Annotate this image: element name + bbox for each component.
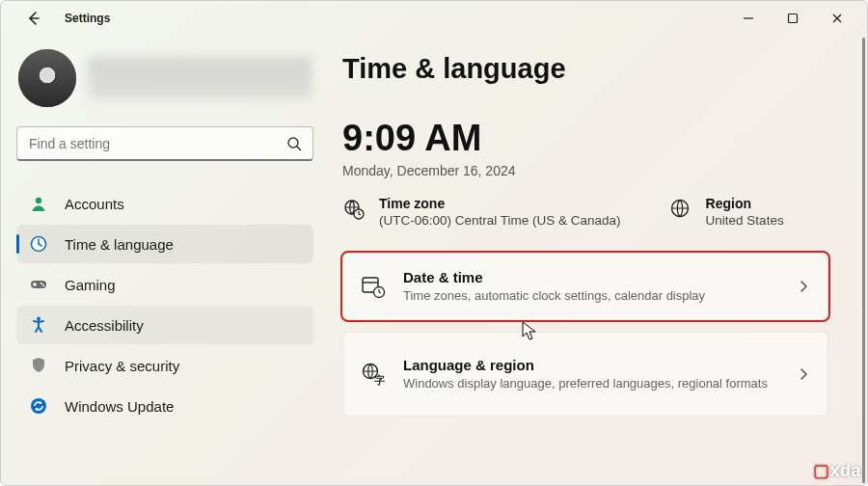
sidebar-item-privacy[interactable]: Privacy & security	[16, 346, 313, 385]
current-time: 9:09 AM	[342, 118, 828, 159]
region-value: United States	[706, 213, 784, 228]
sidebar-item-windows-update[interactable]: Windows Update	[16, 387, 313, 425]
chevron-right-icon	[797, 280, 810, 293]
shield-icon	[28, 355, 49, 376]
sidebar-item-label: Accounts	[65, 196, 124, 212]
card-title: Date & time	[403, 269, 779, 285]
card-subtitle: Time zones, automatic clock settings, ca…	[403, 287, 779, 305]
clock-globe-icon	[28, 233, 49, 255]
close-icon	[831, 13, 843, 24]
timezone-info: Time zone (UTC-06:00) Central Time (US &…	[342, 196, 621, 228]
region-info: Region United States	[669, 196, 784, 228]
watermark: ▢xda	[813, 460, 861, 481]
profile-name-blurred	[88, 57, 312, 99]
svg-point-2	[36, 198, 41, 203]
maximize-icon	[787, 13, 799, 24]
page-title: Time & language	[342, 53, 828, 85]
chevron-right-icon	[797, 367, 810, 381]
person-icon	[28, 193, 49, 214]
sidebar-item-label: Windows Update	[65, 398, 174, 415]
maximize-button[interactable]	[771, 3, 815, 34]
window-title: Settings	[65, 12, 110, 25]
svg-text:字: 字	[374, 374, 385, 386]
sidebar-item-time-language[interactable]: Time & language	[16, 225, 313, 263]
close-button[interactable]	[815, 3, 859, 34]
sidebar-item-label: Privacy & security	[65, 358, 179, 374]
timezone-label: Time zone	[379, 196, 621, 211]
svg-point-6	[42, 284, 44, 286]
svg-rect-0	[789, 14, 798, 23]
sidebar-item-label: Accessibility	[65, 317, 144, 334]
sidebar-item-label: Time & language	[65, 236, 174, 253]
sidebar-item-accessibility[interactable]: Accessibility	[16, 306, 313, 344]
sidebar-item-label: Gaming	[65, 277, 116, 293]
minimize-button[interactable]	[726, 3, 771, 34]
minimize-icon	[743, 13, 754, 24]
region-label: Region	[706, 196, 784, 211]
sidebar-item-accounts[interactable]: Accounts	[16, 184, 313, 223]
card-title: Language & region	[403, 357, 779, 373]
globe-clock-icon	[342, 198, 366, 221]
calendar-clock-icon	[361, 274, 386, 299]
current-date: Monday, December 16, 2024	[342, 163, 828, 178]
profile-block[interactable]	[16, 43, 313, 119]
language-icon: 字	[361, 362, 386, 387]
scrollbar[interactable]	[862, 38, 865, 483]
search-input[interactable]	[16, 126, 313, 161]
card-subtitle: Windows display language, preferred lang…	[403, 375, 779, 392]
svg-point-1	[288, 138, 298, 148]
gamepad-icon	[28, 274, 49, 295]
accessibility-icon	[28, 314, 49, 336]
globe-icon	[669, 198, 692, 221]
update-icon	[28, 395, 49, 417]
back-arrow-icon	[26, 11, 41, 26]
search-icon	[286, 136, 302, 151]
timezone-value: (UTC-06:00) Central Time (US & Canada)	[379, 213, 621, 228]
svg-point-8	[31, 398, 46, 414]
card-language-region[interactable]: 字 Language & region Windows display lang…	[342, 332, 828, 417]
avatar	[18, 49, 76, 107]
back-button[interactable]	[20, 5, 47, 32]
svg-point-5	[41, 283, 42, 284]
card-date-time[interactable]: Date & time Time zones, automatic clock …	[342, 253, 828, 320]
sidebar-item-gaming[interactable]: Gaming	[16, 265, 313, 304]
svg-point-7	[37, 317, 41, 321]
